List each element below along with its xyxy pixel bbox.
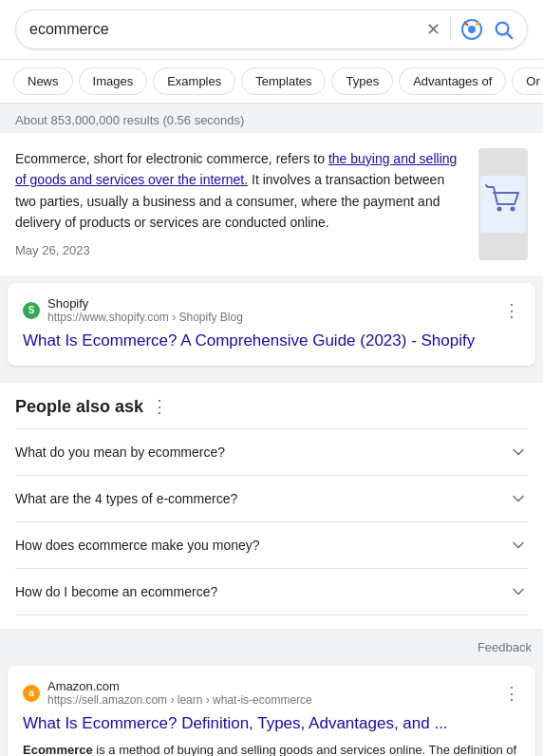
paa-question-2: What are the 4 types of e-commerce? (15, 491, 237, 506)
tab-news[interactable]: News (13, 67, 73, 95)
people-also-ask-section: People also ask ⋮ What do you mean by ec… (0, 383, 543, 629)
search-icons: ✕ (426, 18, 514, 41)
google-lens-icon[interactable] (460, 18, 483, 41)
amazon-url: https://sell.amazon.com › learn › what-i… (47, 693, 312, 707)
divider (450, 18, 451, 41)
tab-advantages[interactable]: Advantages of (399, 67, 506, 95)
search-bar: ✕ (15, 9, 528, 49)
amazon-title-link[interactable]: What Is Ecommerce? Definition, Types, Ad… (23, 714, 448, 732)
shopify-favicon: S (23, 302, 40, 319)
search-svg (493, 19, 514, 40)
paa-item-3[interactable]: How does ecommerce make you money? (15, 521, 528, 568)
paa-question-4: How do I become an ecommerce? (15, 584, 217, 599)
clear-icon[interactable]: ✕ (426, 19, 440, 40)
paa-question-3: How does ecommerce make you money? (15, 538, 260, 553)
paa-question-1: What do you mean by ecommerce? (15, 444, 225, 460)
feedback-button[interactable]: Feedback (477, 640, 532, 654)
tab-examples[interactable]: Examples (153, 67, 235, 95)
amazon-source-info: Amazon.com https://sell.amazon.com › lea… (47, 679, 312, 707)
search-icon[interactable] (493, 19, 514, 40)
svg-line-3 (476, 22, 479, 26)
tab-images[interactable]: Images (79, 67, 148, 95)
featured-snippet: Ecommerce, short for electronic commerce… (0, 133, 543, 275)
svg-point-8 (511, 207, 515, 212)
snippet-text: Ecommerce, short for electronic commerce… (15, 148, 467, 260)
paa-item-4[interactable]: How do I become an ecommerce? (15, 568, 528, 615)
chevron-down-icon-2 (509, 489, 528, 508)
amazon-card-wrapper: a Amazon.com https://sell.amazon.com › l… (0, 658, 543, 756)
lens-svg (460, 18, 483, 41)
amazon-favicon: a (23, 685, 40, 702)
svg-line-2 (464, 22, 468, 26)
results-count: About 853,000,000 results (0.56 seconds) (0, 104, 543, 133)
paa-options[interactable]: ⋮ (151, 396, 168, 417)
amazon-snippet-text-1: is a method of buying and selling goods … (93, 743, 516, 756)
search-input[interactable] (29, 21, 426, 38)
shopify-title-link[interactable]: What Is Ecommerce? A Comprehensive Guide… (23, 331, 475, 350)
filter-tabs: News Images Examples Templates Types Adv… (0, 60, 543, 104)
shopify-more-options[interactable]: ⋮ (503, 300, 520, 321)
amazon-snippet-ecommerce-1: Ecommerce (23, 743, 93, 756)
snippet-image (478, 148, 528, 260)
cart-svg (480, 176, 526, 233)
shopify-card-wrapper: S Shopify https://www.shopify.com › Shop… (0, 283, 543, 375)
paa-title: People also ask (15, 397, 143, 417)
svg-point-7 (497, 207, 502, 212)
shopify-url: https://www.shopify.com › Shopify Blog (47, 311, 243, 324)
chevron-down-icon-1 (509, 443, 528, 462)
shopify-source-info: Shopify https://www.shopify.com › Shopif… (47, 296, 243, 324)
snippet-date: May 26, 2023 (15, 241, 467, 261)
shopify-result-card: S Shopify https://www.shopify.com › Shop… (8, 283, 535, 366)
tab-types[interactable]: Types (331, 67, 393, 95)
chevron-down-icon-3 (509, 536, 528, 555)
svg-point-1 (468, 26, 476, 33)
amazon-snippet: Ecommerce is a method of buying and sell… (23, 741, 520, 756)
search-bar-container: ✕ (0, 0, 543, 60)
paa-header: People also ask ⋮ (15, 396, 528, 417)
amazon-name: Amazon.com (47, 679, 312, 693)
amazon-more-options[interactable]: ⋮ (503, 683, 520, 704)
paa-item-2[interactable]: What are the 4 types of e-commerce? (15, 475, 528, 521)
amazon-meta: a Amazon.com https://sell.amazon.com › l… (23, 679, 520, 707)
tab-templates[interactable]: Templates (241, 67, 326, 95)
feedback-row: Feedback (0, 636, 543, 658)
chevron-down-icon-4 (509, 582, 528, 601)
svg-line-5 (507, 33, 512, 38)
snippet-text-before: Ecommerce, short for electronic commerce… (15, 151, 328, 166)
amazon-result-card: a Amazon.com https://sell.amazon.com › l… (8, 666, 535, 756)
shopify-name: Shopify (47, 296, 243, 311)
paa-item-1[interactable]: What do you mean by ecommerce? (15, 428, 528, 475)
tab-or-ecommerce[interactable]: Or e-commerce (512, 67, 543, 95)
shopify-meta: S Shopify https://www.shopify.com › Shop… (23, 296, 520, 324)
